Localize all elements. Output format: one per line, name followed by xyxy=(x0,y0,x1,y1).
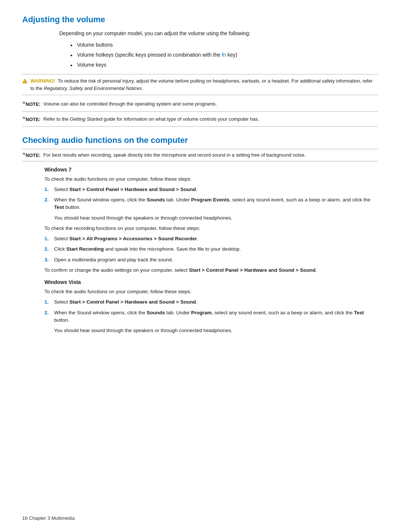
note-top-prefix: ≋NOTE: xyxy=(22,151,40,158)
page-footer: 16 Chapter 3 Multimedia xyxy=(22,515,75,521)
note2-box: ≋NOTE: Refer to the Getting Started guid… xyxy=(22,116,378,123)
list-item: 2. Click Start Recording and speak into … xyxy=(44,245,378,253)
list-item: Volume buttons xyxy=(70,41,378,49)
section1-intro: Depending on your computer model, you ca… xyxy=(59,30,378,37)
list-item: Volume hotkeys (specific keys pressed in… xyxy=(70,51,378,59)
section2-title: Checking audio functions on the computer xyxy=(22,135,378,145)
warning-text: WARNING! To reduce the risk of personal … xyxy=(30,77,378,92)
footer-text: 16 Chapter 3 Multimedia xyxy=(22,515,75,521)
step-num: 2. xyxy=(44,196,54,204)
step-content: Select Start > Control Panel > Hardware … xyxy=(54,298,378,306)
note2-label: NOTE: xyxy=(26,117,40,122)
list-item: 1. Select Start > All Programs > Accesso… xyxy=(44,235,378,242)
windows7-intro: To check the audio functions on your com… xyxy=(44,175,378,183)
step-content: Select Start > All Programs > Accessorie… xyxy=(54,235,378,242)
windows-vista-steps: 1. Select Start > Control Panel > Hardwa… xyxy=(44,298,378,324)
section1-bullet-list: Volume buttons Volume hotkeys (specific … xyxy=(70,41,378,69)
note1-box: ≋NOTE: Volume can also be controlled thr… xyxy=(22,100,378,108)
windows-vista-indent1: You should hear sound through the speake… xyxy=(54,327,378,334)
list-item: Volume keys xyxy=(70,61,378,69)
section1-title: Adjusting the volume xyxy=(22,15,378,24)
note2-text: Refer to the Getting Started guide for i… xyxy=(42,116,259,123)
recording-steps: 1. Select Start > All Programs > Accesso… xyxy=(44,235,378,264)
note1-label: NOTE: xyxy=(26,101,40,107)
note-top-text: For best results when recording, speak d… xyxy=(42,151,306,159)
recording-intro: To check the recording functions on your… xyxy=(44,225,378,232)
note-top-label: NOTE: xyxy=(26,153,40,158)
windows-vista-header: Windows Vista xyxy=(44,279,378,285)
warning-box: WARNING! To reduce the risk of personal … xyxy=(22,74,378,95)
list-item: 1. Select Start > Control Panel > Hardwa… xyxy=(44,186,378,193)
warning-label: WARNING! xyxy=(30,78,55,84)
windows7-steps: 1. Select Start > Control Panel > Hardwa… xyxy=(44,186,378,211)
step-num: 1. xyxy=(44,235,54,242)
windows7-header: Windows 7 xyxy=(44,167,378,173)
note1-prefix: ≋NOTE: xyxy=(22,100,40,107)
note1-text: Volume can also be controlled through th… xyxy=(42,100,217,108)
fn-link[interactable]: fn xyxy=(222,52,226,58)
warning-icon xyxy=(22,78,28,83)
note-top-box: ≋NOTE: For best results when recording, … xyxy=(22,149,378,161)
warning-triangle-icon xyxy=(22,78,27,83)
step-content: Click Start Recording and speak into the… xyxy=(54,245,378,253)
confirm-text: To confirm or change the audio settings … xyxy=(44,267,378,274)
step-num: 1. xyxy=(44,298,54,306)
list-item: 2. When the Sound window opens, click th… xyxy=(44,309,378,324)
step-content: When the Sound window opens, click the S… xyxy=(54,309,378,324)
step-content: Select Start > Control Panel > Hardware … xyxy=(54,186,378,193)
list-item: 3. Open a multimedia program and play ba… xyxy=(44,256,378,264)
step-num: 1. xyxy=(44,186,54,193)
step-content: Open a multimedia program and play back … xyxy=(54,256,378,264)
list-item: 1. Select Start > Control Panel > Hardwa… xyxy=(44,298,378,306)
step-num: 2. xyxy=(44,309,54,317)
list-item: 2. When the Sound window opens, click th… xyxy=(44,196,378,211)
step-num: 3. xyxy=(44,256,54,264)
note2-prefix: ≋NOTE: xyxy=(22,116,40,122)
step-content: When the Sound window opens, click the S… xyxy=(54,196,378,211)
windows7-indent1: You should hear sound through the speake… xyxy=(54,214,378,222)
section-divider xyxy=(22,126,378,127)
step-num: 2. xyxy=(44,245,54,253)
windows-vista-intro: To check the audio functions on your com… xyxy=(44,288,378,295)
